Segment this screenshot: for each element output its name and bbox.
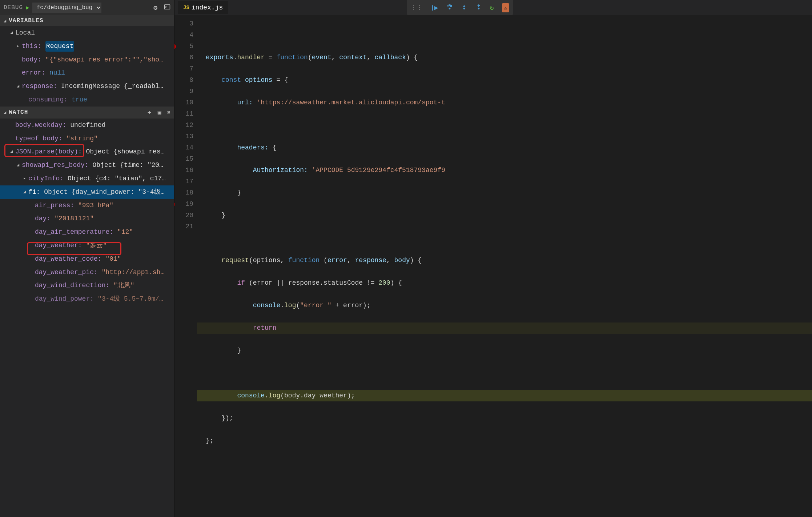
debug-label: DEBUG xyxy=(4,4,23,11)
watch-prop-day-weather-code[interactable]: day_weather_code: "01" xyxy=(0,252,174,266)
variables-panel-header[interactable]: ◢ VARIABLES xyxy=(0,15,174,26)
restart-icon[interactable]: ↻ xyxy=(490,4,494,12)
play-icon[interactable]: ▶ xyxy=(26,4,29,11)
variable-this[interactable]: ▸this: Request xyxy=(0,40,174,53)
debug-sidebar: DEBUG ▶ fc/debugging_bug ⚙ ◢ VARIABLES ◢… xyxy=(0,0,174,517)
watch-panel-header[interactable]: ◢ WATCH ＋ ▣ ⌧ xyxy=(0,107,174,119)
code-body[interactable]: exports.handler = function(event, contex… xyxy=(197,15,812,517)
variable-consuming[interactable]: consuming: true xyxy=(0,93,174,107)
watch-prop-day-air-temperature[interactable]: day_air_temperature: "12" xyxy=(0,225,174,239)
watch-title: WATCH xyxy=(9,109,28,116)
watch-panel-body: body.weekday: undefined typeof body: "st… xyxy=(0,119,174,517)
code-area: 3 4 5 6 7 8 9 10 11 12 13 14 15 16 17 18… xyxy=(174,15,812,517)
drag-grip-icon[interactable]: ⋮⋮ xyxy=(411,4,422,11)
breakpoint-icon[interactable] xyxy=(174,44,176,49)
watch-prop-cityinfo[interactable]: ▸cityInfo: Object {c4: "taian", c17… xyxy=(0,172,174,185)
current-breakpoint-icon[interactable] xyxy=(174,202,175,207)
watch-prop-day[interactable]: day: "20181121" xyxy=(0,212,174,225)
tab-filename: index.js xyxy=(192,4,223,11)
stop-icon[interactable]: ⚠ xyxy=(502,3,509,12)
add-watch-icon[interactable]: ＋ xyxy=(146,109,153,116)
step-out-icon[interactable] xyxy=(475,4,482,12)
watch-prop-showapi-res-body[interactable]: ◢showapi_res_body: Object {time: "20… xyxy=(0,159,174,172)
editor-area: JS index.js ⋮⋮ ❙▶ ↻ ⚠ 3 4 5 6 7 8 9 10 1… xyxy=(174,0,812,517)
step-over-icon[interactable] xyxy=(446,4,453,12)
svg-point-3 xyxy=(478,8,479,9)
watch-expression-json-parse[interactable]: ◢JSON.parse(body): Object {showapi_res… xyxy=(0,145,174,159)
chevron-down-icon: ◢ xyxy=(4,18,7,24)
continue-icon[interactable]: ❙▶ xyxy=(430,4,438,12)
watch-prop-air-press[interactable]: air_press: "993 hPa" xyxy=(0,199,174,212)
svg-point-2 xyxy=(463,8,465,9)
svg-point-1 xyxy=(449,8,450,9)
gear-icon[interactable]: ⚙ xyxy=(153,4,157,12)
watch-prop-f1[interactable]: ◢f1: Object {day_wind_power: "3-4级… xyxy=(0,185,174,199)
variable-response[interactable]: ◢response: IncomingMessage {_readabl… xyxy=(0,80,174,93)
line-gutter: 3 4 5 6 7 8 9 10 11 12 13 14 15 16 17 18… xyxy=(174,15,197,517)
collapse-all-icon[interactable]: ▣ xyxy=(158,109,162,116)
chevron-down-icon: ◢ xyxy=(4,110,7,115)
debug-header: DEBUG ▶ fc/debugging_bug ⚙ xyxy=(0,0,174,15)
debug-toolbar: ⋮⋮ ❙▶ ↻ ⚠ xyxy=(407,0,513,15)
watch-expression[interactable]: body.weekday: undefined xyxy=(0,119,174,132)
svg-rect-0 xyxy=(165,5,170,9)
js-file-icon: JS xyxy=(183,5,189,11)
tab-index-js[interactable]: JS index.js xyxy=(178,1,228,14)
watch-prop-day-wind-power[interactable]: day_wind_power: "3-4级 5.5~7.9m/… xyxy=(0,292,174,306)
watch-expression[interactable]: typeof body: "string" xyxy=(0,132,174,145)
variable-body[interactable]: body: "{"showapi_res_error":"","sho… xyxy=(0,53,174,67)
local-scope-header[interactable]: ◢Local xyxy=(0,26,174,40)
debug-console-icon[interactable] xyxy=(164,4,170,12)
variables-title: VARIABLES xyxy=(9,17,43,24)
local-label: Local xyxy=(15,28,35,38)
watch-prop-day-weather-pic[interactable]: day_weather_pic: "http://app1.sh… xyxy=(0,266,174,279)
watch-prop-day-wind-direction[interactable]: day_wind_direction: "北风" xyxy=(0,279,174,292)
debug-config-select[interactable]: fc/debugging_bug xyxy=(32,3,101,13)
variables-panel-body: ◢Local ▸this: Request body: "{"showapi_r… xyxy=(0,26,174,107)
variable-error[interactable]: error: null xyxy=(0,66,174,80)
remove-all-icon[interactable]: ⌧ xyxy=(166,109,170,116)
step-into-icon[interactable] xyxy=(461,4,467,12)
watch-prop-day-weather[interactable]: day_weather: "多云" xyxy=(0,239,174,252)
